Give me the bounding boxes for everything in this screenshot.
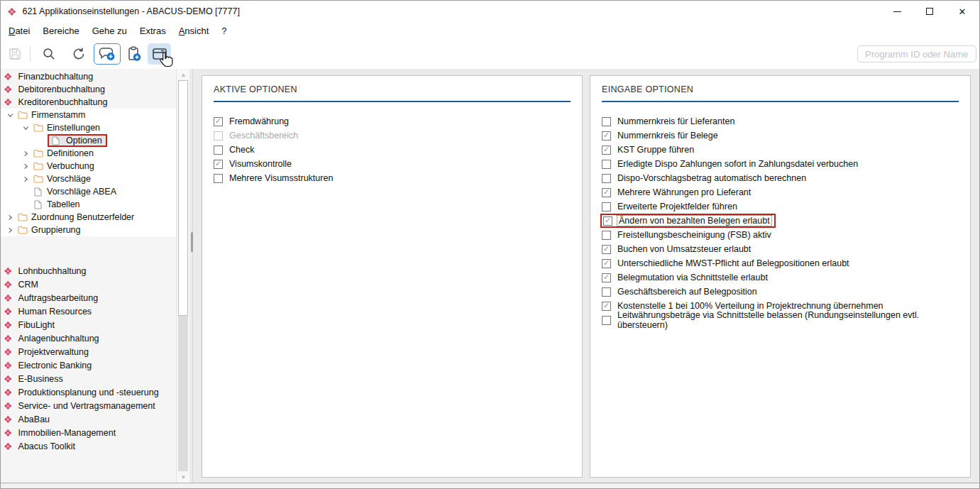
option-checkbox[interactable] [602, 259, 611, 268]
tree-item-vorschläge-abea[interactable]: Vorschläge ABEA [1, 185, 176, 198]
option-checkbox[interactable] [602, 302, 611, 311]
program-search-input[interactable] [857, 45, 976, 62]
tree-item-abacus-toolkit[interactable]: ❖Abacus Toolkit [1, 439, 176, 453]
refresh-button[interactable] [68, 43, 89, 65]
option-checkbox[interactable] [214, 117, 223, 126]
splitter-handle[interactable] [191, 232, 193, 252]
tree-item-lohnbuchhaltung[interactable]: ❖Lohnbuchhaltung [1, 264, 176, 278]
tree-item-debitorenbuchhaltung[interactable]: ❖Debitorenbuchhaltung [1, 83, 176, 96]
option-checkbox[interactable] [602, 316, 611, 325]
option-checkbox[interactable] [214, 160, 223, 169]
chevron-right-icon[interactable] [19, 163, 32, 170]
close-button[interactable]: ✕ [946, 1, 979, 22]
maximize-button[interactable] [913, 1, 946, 22]
panel-aktive-optionen: AKTIVE OPTIONEN FremdwährungGeschäftsber… [202, 75, 583, 478]
panel-title-rule [602, 101, 959, 102]
option-checkbox[interactable] [214, 145, 223, 155]
scrollbar-track[interactable] [178, 316, 188, 471]
option-row: Dispo-Vorschlagsbetrag automatisch berec… [602, 171, 959, 185]
option-checkbox[interactable] [602, 188, 611, 197]
menu-bereiche[interactable]: Bereiche [36, 23, 85, 38]
tree-item-finanzbuchhaltung[interactable]: ❖Finanzbuchhaltung [1, 70, 176, 83]
save-button[interactable] [4, 43, 26, 65]
option-checkbox[interactable] [602, 287, 611, 297]
option-checkbox[interactable] [602, 174, 611, 183]
menu-ansicht[interactable]: Ansicht [172, 23, 216, 38]
option-checkbox[interactable] [602, 245, 611, 254]
tree-item-gruppierung[interactable]: Gruppierung [1, 224, 176, 236]
chevron-right-icon[interactable] [19, 176, 32, 182]
tree-item-crm[interactable]: ❖CRM [1, 278, 176, 291]
option-row: Erledigte Dispo Zahlungen sofort in Zahl… [602, 157, 959, 171]
tree-item-service-und-vertragsmanagement[interactable]: ❖Service- und Vertragsmanagement [1, 399, 176, 412]
tree-item-einstellungen[interactable]: Einstellungen [1, 121, 176, 134]
chevron-down-icon[interactable] [19, 125, 32, 131]
folder-icon [32, 162, 44, 170]
option-checkbox[interactable] [602, 202, 611, 211]
option-checkbox[interactable] [214, 174, 223, 183]
option-label: Buchen von Umsatzsteuer erlaubt [617, 244, 751, 254]
tree-item-label: AbaBau [18, 414, 50, 424]
menu-gehe-zu[interactable]: Gehe zu [86, 23, 133, 38]
tree-item-anlagenbuchhaltung[interactable]: ❖Anlagenbuchhaltung [1, 331, 176, 345]
minimize-button[interactable] [881, 1, 913, 22]
folder-icon [32, 123, 44, 132]
tree-item-verbuchung[interactable]: Verbuchung [1, 160, 176, 172]
tree-item-e-business[interactable]: ❖E-Business [1, 372, 176, 385]
menu-?[interactable]: ? [215, 23, 233, 38]
tree-item-zuordnung-benutzerfelder[interactable]: Zuordnung Benutzerfelder [1, 211, 176, 224]
module-diamond-icon: ❖ [4, 374, 13, 384]
scroll-down-icon[interactable]: ▼ [177, 471, 190, 483]
new-comment-button[interactable] [94, 43, 121, 65]
scroll-up-icon[interactable]: ▲ [177, 69, 190, 80]
tree-item-definitionen[interactable]: Definitionen [1, 147, 176, 160]
menu-datei[interactable]: Datei [2, 23, 36, 38]
option-checkbox[interactable] [602, 231, 611, 240]
menu-extras[interactable]: Extras [133, 23, 172, 38]
module-diamond-icon: ❖ [4, 280, 13, 290]
option-label: Dispo-Vorschlagsbetrag automatisch berec… [617, 173, 806, 183]
option-label: Geschäftsbereich auf Belegposition [617, 287, 757, 297]
option-red-highlight: Ändern von bezahlten Belegen erlaubt [600, 214, 776, 228]
tree-scrollbar[interactable]: ▲ ▼ [176, 69, 189, 483]
option-label: KST Gruppe führen [617, 145, 694, 155]
chevron-down-icon[interactable] [4, 112, 16, 119]
tree-item-firmenstamm[interactable]: Firmenstamm [1, 109, 176, 121]
paste-new-button[interactable] [123, 43, 145, 65]
option-checkbox[interactable] [602, 273, 611, 282]
option-checkbox[interactable] [602, 117, 611, 126]
close-icon: ✕ [959, 7, 967, 16]
tree-item-immobilien-management[interactable]: ❖Immobilien-Management [1, 426, 176, 439]
tree-item-optionen[interactable]: Optionen [1, 134, 176, 147]
option-row: Freistellungsbescheinigung (FSB) aktiv [602, 228, 959, 242]
tree-item-kreditorenbuchhaltung[interactable]: ❖Kreditorenbuchhaltung [1, 96, 176, 109]
option-label: Erweiterte Projektfelder führen [617, 202, 737, 211]
tree-item-electronic-banking[interactable]: ❖Electronic Banking [1, 358, 176, 372]
chevron-right-icon[interactable] [4, 227, 16, 233]
option-checkbox[interactable] [602, 131, 611, 141]
tree-item-produktionsplanung-und-steuerung[interactable]: ❖Produktionsplanung und -steuerung [1, 385, 176, 399]
option-label: Erledigte Dispo Zahlungen sofort in Zahl… [617, 159, 858, 169]
tree-item-tabellen[interactable]: Tabellen [1, 198, 176, 211]
chevron-right-icon[interactable] [19, 150, 32, 157]
option-checkbox[interactable] [603, 216, 612, 226]
option-label: Visumskontrolle [229, 159, 292, 169]
chevron-right-icon[interactable] [4, 214, 16, 221]
pane-splitter[interactable] [192, 69, 193, 483]
tree-item-fibulight[interactable]: ❖FibuLight [1, 318, 176, 331]
option-row: Mehrere Währungen pro Lieferant [602, 185, 959, 199]
tree-item-vorschläge[interactable]: Vorschläge [1, 172, 176, 185]
option-checkbox[interactable] [602, 145, 611, 155]
scrollbar-thumb[interactable] [178, 80, 188, 316]
search-button[interactable] [38, 43, 60, 65]
panel-title-rule [214, 101, 571, 102]
tree-item-label: Produktionsplanung und -steuerung [18, 388, 159, 397]
tree-item-auftragsbearbeitung[interactable]: ❖Auftragsbearbeitung [1, 291, 176, 304]
tree-item-projektverwaltung[interactable]: ❖Projektverwaltung [1, 345, 176, 358]
tree-item-ababau[interactable]: ❖AbaBau [1, 412, 176, 426]
tree-item-human-resources[interactable]: ❖Human Resources [1, 304, 176, 318]
option-row: Buchen von Umsatzsteuer erlaubt [602, 242, 959, 256]
module-diamond-icon: ❖ [4, 441, 13, 451]
tree-item-label: Kreditorenbuchhaltung [18, 97, 108, 107]
option-checkbox[interactable] [602, 160, 611, 169]
